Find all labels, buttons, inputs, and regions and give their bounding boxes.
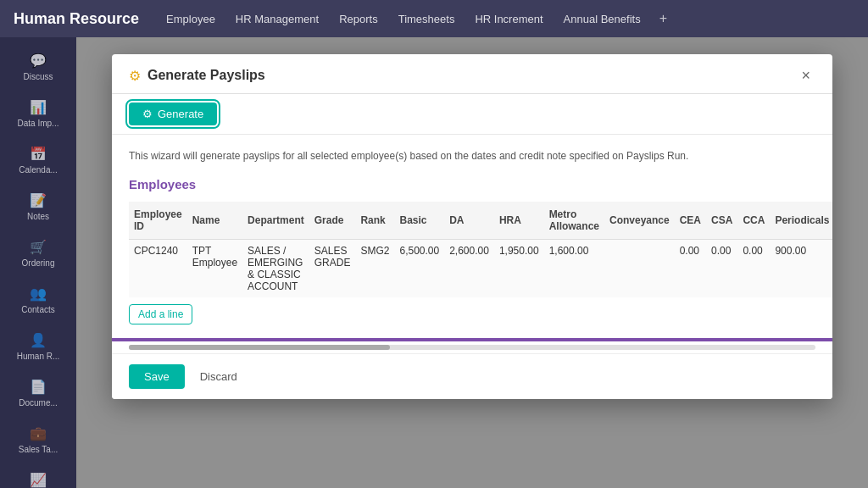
modal-close-button[interactable]: × [796,66,815,85]
col-da: DA [444,202,494,240]
nav-hr-increment[interactable]: HR Increment [473,9,544,29]
modal-header: ⚙ Generate Payslips × [112,54,832,94]
cell-employee-id: CPC1240 [129,240,187,298]
sidebar-label-notes: Notes [27,212,49,222]
bi-settings-icon: 📈 [30,472,47,488]
col-rank: Rank [355,202,394,240]
table-header-row: EmployeeID Name Department Grade Rank Ba… [129,202,832,240]
sidebar-item-documents[interactable]: 📄 Docume... [0,370,76,417]
contacts-icon: 👥 [30,286,47,302]
sidebar-item-data-imp[interactable]: 📊 Data Imp... [0,91,76,137]
modal-footer: Save Discard [112,353,832,399]
employees-section-title: Employees [129,177,815,191]
cell-csa: 0.00 [706,240,737,298]
gear-icon: ⚙ [129,68,141,84]
modal-overlay: ⚙ Generate Payslips × ⚙ Generate This wi… [76,37,868,488]
table-body: CPC1240 TPT Employee SALES / EMERGING & … [129,240,832,298]
sidebar-item-bi-settings[interactable]: 📈 BI Setting... [0,463,76,488]
cell-basic: 6,500.00 [394,240,444,298]
calendar-icon: 📅 [30,146,47,162]
purple-separator [112,338,832,341]
sidebar-item-sales-tax[interactable]: 💼 Sales Ta... [0,417,76,463]
cell-hra: 1,950.00 [494,240,544,298]
col-department: Department [242,202,309,240]
generate-payslips-modal: ⚙ Generate Payslips × ⚙ Generate This wi… [112,54,832,399]
cell-cea: 0.00 [675,240,706,298]
col-employee-id: EmployeeID [129,202,187,240]
sales-tax-icon: 💼 [30,425,47,441]
sidebar-item-discuss[interactable]: 💬 Discuss [0,44,76,91]
discard-button[interactable]: Discard [193,364,244,389]
table-row: CPC1240 TPT Employee SALES / EMERGING & … [129,240,832,298]
save-button[interactable]: Save [129,364,185,389]
sidebar-item-human-r[interactable]: 👤 Human R... [0,324,76,370]
col-periodicals: Periodicals [770,202,832,240]
sidebar-label-contacts: Contacts [21,305,54,315]
human-resource-icon: 👤 [30,332,47,348]
col-name: Name [187,202,242,240]
cell-grade: SALES GRADE [309,240,356,298]
data-import-icon: 📊 [30,99,47,115]
sidebar-item-contacts[interactable]: 👥 Contacts [0,277,76,324]
wizard-description: This wizard will generate payslips for a… [129,148,815,164]
sidebar-item-ordering[interactable]: 🛒 Ordering [0,230,76,277]
col-cca: CCA [737,202,770,240]
cell-rank: SMG2 [355,240,394,298]
col-metro-allowance: MetroAllowance [544,202,604,240]
col-cea: CEA [675,202,706,240]
generate-icon: ⚙ [142,108,153,120]
modal-title: Generate Payslips [147,68,265,83]
nav-add[interactable]: + [659,11,667,26]
generate-button[interactable]: ⚙ Generate [129,103,217,125]
nav-employee[interactable]: Employee [164,9,217,29]
col-grade: Grade [309,202,356,240]
scroll-thumb [129,345,390,350]
col-basic: Basic [394,202,444,240]
col-csa: CSA [706,202,737,240]
horizontal-scrollbar[interactable] [129,345,815,350]
nav-reports[interactable]: Reports [337,9,380,29]
main-content: ⚙ Generate Payslips × ⚙ Generate This wi… [76,37,868,488]
nav-annual-benefits[interactable]: Annual Benefits [562,9,643,29]
sidebar-label-documents: Docume... [19,398,58,408]
cell-da: 2,600.00 [444,240,494,298]
sidebar-label-discuss: Discuss [23,72,53,82]
sidebar-label-data-imp: Data Imp... [18,119,59,129]
sidebar-label-sales-tax: Sales Ta... [19,445,58,455]
col-hra: HRA [494,202,544,240]
notes-icon: 📝 [30,192,47,208]
discuss-icon: 💬 [30,53,47,69]
add-line-button[interactable]: Add a line [129,304,192,324]
sidebar-label-human-r: Human R... [17,352,60,362]
cell-conveyance [604,240,675,298]
cell-periodicals: 900.00 [770,240,832,298]
app-title: Human Resource [14,10,139,28]
ordering-icon: 🛒 [30,239,47,255]
cell-cca: 0.00 [737,240,770,298]
sidebar-item-calendar[interactable]: 📅 Calenda... [0,137,76,184]
cell-name: TPT Employee [187,240,242,298]
modal-body: This wizard will generate payslips for a… [112,135,832,338]
nav-hr-management[interactable]: HR Management [234,9,320,29]
employees-table: EmployeeID Name Department Grade Rank Ba… [129,202,832,297]
cell-metro-allowance: 1,600.00 [544,240,604,298]
documents-icon: 📄 [30,379,47,395]
top-navigation: Employee HR Management Reports Timesheet… [164,9,667,29]
modal-title-row: ⚙ Generate Payslips [129,68,265,84]
sidebar-item-notes[interactable]: 📝 Notes [0,184,76,230]
cell-department: SALES / EMERGING & CLASSIC ACCOUNT [242,240,309,298]
sidebar: 💬 Discuss 📊 Data Imp... 📅 Calenda... 📝 N… [0,37,76,488]
sidebar-label-ordering: Ordering [22,258,55,269]
col-conveyance: Conveyance [604,202,675,240]
modal-toolbar: ⚙ Generate [112,94,832,135]
nav-timesheets[interactable]: Timesheets [397,9,457,29]
sidebar-label-calendar: Calenda... [19,165,58,175]
generate-button-label: Generate [158,108,203,120]
